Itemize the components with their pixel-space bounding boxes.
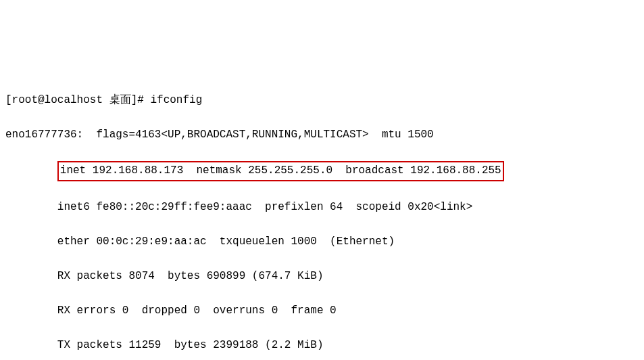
eno-rx-errors-line: RX errors 0 dropped 0 overruns 0 frame 0 [5, 302, 639, 320]
prompt-command: ifconfig [150, 94, 202, 106]
prompt-line: [root@localhost 桌面]# ifconfig [5, 92, 639, 110]
prompt-user-host: [root@localhost 桌面]# [5, 94, 144, 106]
eno-ether-line: ether 00:0c:29:e9:aa:ac txqueuelen 1000 … [5, 233, 639, 251]
terminal-output: [root@localhost 桌面]# ifconfig eno1677773… [5, 74, 639, 360]
eno-rx-packets-line: RX packets 8074 bytes 690899 (674.7 KiB) [5, 268, 639, 286]
eno-inet6-line: inet6 fe80::20c:29ff:fee9:aaac prefixlen… [5, 199, 639, 217]
eno-interface-name: eno16777736: [5, 129, 83, 141]
eno-header-line: eno16777736: flags=4163<UP,BROADCAST,RUN… [5, 127, 639, 144]
eno-inet-line: inet 192.168.88.173 netmask 255.255.255.… [5, 161, 639, 181]
eno-tx-packets-line: TX packets 11259 bytes 2399188 (2.2 MiB) [5, 337, 639, 355]
eno-flags: flags=4163<UP,BROADCAST,RUNNING,MULTICAS… [83, 129, 433, 141]
highlighted-inet-box: inet 192.168.88.173 netmask 255.255.255.… [57, 161, 504, 181]
eno-inet-text: inet 192.168.88.173 netmask 255.255.255.… [60, 164, 501, 177]
